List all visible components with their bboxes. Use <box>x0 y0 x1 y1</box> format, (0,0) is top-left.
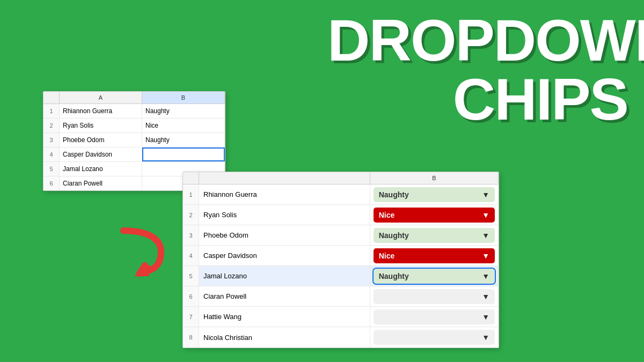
after-row: 3Phoebe OdomNaughty▼ <box>183 225 499 246</box>
chip-label: Nice <box>379 252 395 260</box>
row-number: 1 <box>183 184 199 204</box>
title-container: DROPDOWN CHIPS <box>327 11 628 129</box>
after-row: 6Ciaran Powell▼ <box>183 286 499 307</box>
cell-name: Nicola Christian <box>199 327 370 348</box>
cell-a: Ryan Solis <box>60 119 142 132</box>
after-rows: 1Rhiannon GuerraNaughty▼2Ryan SolisNice▼… <box>183 184 499 348</box>
cell-dropdown[interactable]: ▼ <box>370 327 499 348</box>
arrow-icon <box>118 225 188 279</box>
before-row: 2Ryan SolisNice <box>43 119 225 133</box>
before-col-b-header: B <box>142 92 225 104</box>
dropdown-chip[interactable]: Nice▼ <box>374 248 495 263</box>
after-header-row: B <box>183 172 499 184</box>
chip-dropdown-arrow: ▼ <box>482 211 489 219</box>
dropdown-chip[interactable]: Naughty▼ <box>374 228 495 243</box>
cell-name: Hattie Wang <box>199 307 370 327</box>
cell-a: Rhiannon Guerra <box>60 104 142 118</box>
row-number: 6 <box>183 286 199 306</box>
dropdown-chip-empty[interactable]: ▼ <box>374 330 495 345</box>
cell-name: Ciaran Powell <box>199 286 370 306</box>
cell-name: Phoebe Odom <box>199 225 370 245</box>
cell-a: Casper Davidson <box>60 147 142 161</box>
dropdown-chip[interactable]: Naughty▼ <box>374 269 495 284</box>
after-spreadsheet: B 1Rhiannon GuerraNaughty▼2Ryan SolisNic… <box>182 172 499 348</box>
row-number: 2 <box>43 119 60 132</box>
title-line2: CHIPS <box>327 70 628 129</box>
after-row: 4Casper DavidsonNice▼ <box>183 246 499 266</box>
chip-dropdown-arrow: ▼ <box>482 313 489 321</box>
after-col-a-header <box>199 172 370 184</box>
cell-a: Ciaran Powell <box>60 176 142 190</box>
chip-dropdown-arrow: ▼ <box>482 272 489 280</box>
row-number: 6 <box>43 176 60 190</box>
dropdown-chip-empty[interactable]: ▼ <box>374 289 495 304</box>
after-row: 8Nicola Christian▼ <box>183 327 499 348</box>
after-col-b-header: B <box>370 172 499 184</box>
before-row: 1Rhiannon GuerraNaughty <box>43 104 225 119</box>
title-line1: DROPDOWN <box>327 11 628 70</box>
row-number: 7 <box>183 307 199 327</box>
cell-name: Jamal Lozano <box>199 266 370 286</box>
after-row: 5Jamal LozanoNaughty▼ <box>183 266 499 286</box>
cell-b: Nice <box>142 119 225 132</box>
cell-a: Phoebe Odom <box>60 133 142 147</box>
row-number: 5 <box>43 162 60 176</box>
after-corner <box>183 172 199 184</box>
arrow-container <box>118 225 188 281</box>
cell-dropdown[interactable]: Nice▼ <box>370 246 499 265</box>
cell-dropdown[interactable]: ▼ <box>370 307 499 327</box>
cell-b: Naughty <box>142 104 225 118</box>
before-header-row: A B <box>43 92 225 104</box>
dropdown-chip-empty[interactable]: ▼ <box>374 309 495 324</box>
row-number: 8 <box>183 327 199 348</box>
dropdown-chip[interactable]: Naughty▼ <box>374 187 495 202</box>
after-row: 7Hattie Wang▼ <box>183 307 499 327</box>
row-number: 1 <box>43 104 60 118</box>
cell-name: Casper Davidson <box>199 246 370 265</box>
cell-b: Naughty <box>142 133 225 147</box>
after-row: 1Rhiannon GuerraNaughty▼ <box>183 184 499 205</box>
chip-label: Naughty <box>379 190 409 199</box>
chip-dropdown-arrow: ▼ <box>482 252 489 260</box>
after-row: 2Ryan SolisNice▼ <box>183 205 499 225</box>
chip-dropdown-arrow: ▼ <box>482 333 489 342</box>
before-row: 3Phoebe OdomNaughty <box>43 133 225 147</box>
cell-a: Jamal Lozano <box>60 162 142 176</box>
before-col-a-header: A <box>60 92 142 104</box>
chip-label: Naughty <box>379 272 409 280</box>
cell-dropdown[interactable]: Naughty▼ <box>370 225 499 245</box>
chip-dropdown-arrow: ▼ <box>482 231 489 240</box>
row-number: 2 <box>183 205 199 225</box>
cell-dropdown[interactable]: ▼ <box>370 286 499 306</box>
dropdown-chip[interactable]: Nice▼ <box>374 208 495 223</box>
before-row: 4Casper Davidson <box>43 147 225 162</box>
cell-name: Ryan Solis <box>199 205 370 225</box>
chip-label: Naughty <box>379 231 409 240</box>
cell-name: Rhiannon Guerra <box>199 184 370 204</box>
row-number: 3 <box>43 133 60 147</box>
chip-dropdown-arrow: ▼ <box>482 190 489 199</box>
chip-dropdown-arrow: ▼ <box>482 292 489 301</box>
row-number: 4 <box>43 147 60 161</box>
before-corner <box>43 92 60 104</box>
chip-label: Nice <box>379 211 395 219</box>
cell-dropdown[interactable]: Naughty▼ <box>370 184 499 204</box>
cell-b[interactable] <box>142 147 225 161</box>
cell-dropdown[interactable]: Naughty▼ <box>370 266 499 286</box>
cell-dropdown[interactable]: Nice▼ <box>370 205 499 225</box>
